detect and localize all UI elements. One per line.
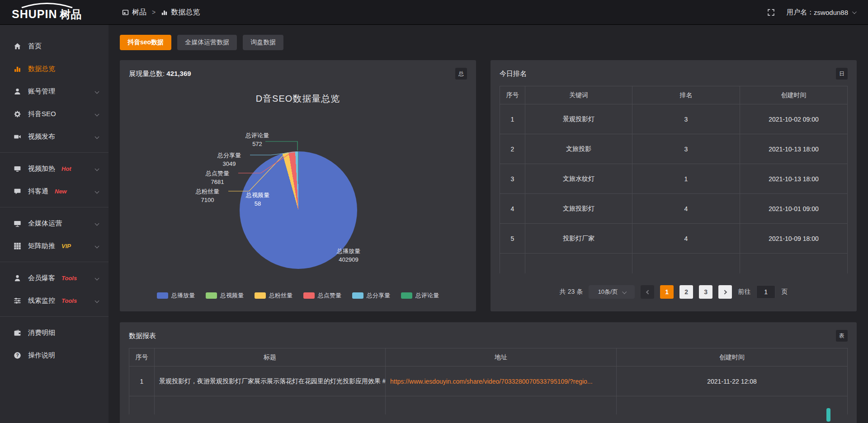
sidebar-item-clue-monitor[interactable]: 线索监控Tools — [0, 289, 108, 312]
next-page-button[interactable] — [718, 285, 732, 299]
legend-item-总播放量[interactable]: 总播放量 — [157, 291, 195, 300]
sidebar-item-video-heat[interactable]: 视频加热Hot — [0, 157, 108, 180]
tab-2[interactable]: 全媒体运营数据 — [177, 35, 237, 50]
report-header-cell: 创建时间 — [617, 348, 848, 367]
sliders-icon — [14, 297, 22, 305]
table-row[interactable]: 4文旅投影灯42021-10-01 09:00 — [500, 194, 848, 224]
main-content: 抖音seo数据全媒体运营数据询盘数据 展现量总数: 421,369 总 D音SE… — [108, 25, 868, 423]
sidebar-item-label: 消费明细 — [28, 329, 55, 337]
legend-label: 总播放量 — [171, 291, 195, 300]
total-count: 共 23 条 — [560, 288, 583, 296]
chevron-down-icon — [95, 298, 99, 303]
sidebar-item-instructions[interactable]: ?操作说明 — [0, 344, 108, 367]
goto-suffix: 页 — [781, 288, 788, 296]
user-icon — [14, 88, 22, 95]
table-row[interactable]: 2文旅投影32021-10-13 18:00 — [500, 134, 848, 164]
sidebar-item-doukestong[interactable]: 抖客通New — [0, 180, 108, 202]
page-size-select[interactable]: 10条/页 — [589, 285, 635, 299]
chevron-right-icon — [722, 290, 727, 294]
report-header-cell: 地址 — [386, 348, 617, 367]
sidebar-item-badge: Tools — [61, 297, 77, 304]
chat-icon — [14, 188, 22, 195]
sidebar-item-douyin-seo[interactable]: 抖音SEO — [0, 103, 108, 125]
sidebar-item-video-publish[interactable]: 视频发布 — [0, 125, 108, 148]
legend-swatch — [303, 292, 315, 299]
legend-item-总视频量[interactable]: 总视频量 — [206, 291, 244, 300]
sidebar-item-matrix-boost[interactable]: 矩阵助推VIP — [0, 235, 108, 257]
table-cell-url: https://www.iesdouyin.com/share/video/70… — [386, 367, 617, 396]
table-row[interactable]: 5投影灯厂家42021-10-09 18:00 — [500, 224, 848, 254]
sidebar-item-member-burst[interactable]: 会员爆客Tools — [0, 267, 108, 289]
sidebar-divider — [0, 262, 108, 262]
username-value[interactable]: zswodun88 — [814, 9, 848, 16]
tab-3[interactable]: 询盘数据 — [243, 35, 283, 50]
legend-item-总分享量[interactable]: 总分享量 — [352, 291, 390, 300]
chart-title: D音SEO数据量总览 — [120, 93, 476, 105]
breadcrumb-current: 数据总览 — [171, 8, 200, 17]
table-cell: 4 — [500, 194, 525, 224]
report-table: 序号标题地址创建时间 1景观投影灯，夜游景观投影灯厂家展示展示落花灯在花园里的灯… — [129, 348, 848, 414]
page-button-3[interactable]: 3 — [699, 285, 712, 299]
pie-label-name: 总粉丝量 — [187, 188, 228, 196]
ranking-panel-header: 今日排名 日 — [491, 60, 857, 80]
sidebar-item-badge: VIP — [61, 243, 71, 249]
ranking-panel: 今日排名 日 序号关键词排名创建时间 1景观投影灯32021-10-02 09:… — [491, 60, 857, 311]
legend-item-总评论量[interactable]: 总评论量 — [401, 291, 439, 300]
video-link[interactable]: https://www.iesdouyin.com/share/video/70… — [390, 378, 612, 385]
ranking-table: 序号关键词排名创建时间 1景观投影灯32021-10-02 09:002文旅投影… — [500, 86, 848, 273]
breadcrumb-root[interactable]: 树品 — [132, 8, 146, 17]
sidebar-item-label: 线索监控 — [28, 296, 55, 305]
table-cell — [129, 396, 155, 414]
table-cell: 投影灯厂家 — [525, 224, 632, 254]
goto-label: 前往 — [738, 288, 750, 296]
page-button-1[interactable]: 1 — [660, 285, 674, 299]
pie-label-value: 3049 — [208, 160, 250, 169]
goto-page-input[interactable] — [756, 285, 775, 299]
chevron-left-icon — [646, 290, 651, 294]
legend-item-总粉丝量[interactable]: 总粉丝量 — [255, 291, 292, 300]
chevron-down-icon — [622, 289, 627, 294]
table-cell: 3 — [500, 164, 525, 194]
chevron-down-icon[interactable] — [852, 9, 857, 14]
app-logo[interactable]: SHUPIN 树品 — [0, 3, 108, 22]
page-button-2[interactable]: 2 — [679, 285, 693, 299]
fullscreen-icon[interactable] — [767, 9, 775, 16]
prev-page-button[interactable] — [641, 285, 654, 299]
sidebar-item-data-overview[interactable]: 数据总览 — [0, 57, 108, 80]
seo-data-panel: 展现量总数: 421,369 总 D音SEO数据量总览 总播放量402909总视… — [120, 60, 476, 311]
sidebar-item-account-manage[interactable]: 账号管理 — [0, 80, 108, 103]
ranking-header-cell: 序号 — [500, 86, 525, 104]
table-cell-index: 1 — [129, 367, 155, 396]
pie-label-name: 总分享量 — [208, 151, 250, 160]
chevron-down-icon — [95, 276, 99, 280]
legend-label: 总视频量 — [220, 291, 244, 300]
chevron-down-icon — [95, 244, 99, 248]
breadcrumb: 树品 > 数据总览 — [122, 8, 200, 17]
top-header: SHUPIN 树品 树品 > 数据总览 用户名： zswodun88 — [0, 0, 868, 25]
sidebar-item-consumption-detail[interactable]: 消费明细 — [0, 321, 108, 344]
table-cell: 3 — [632, 104, 740, 134]
sidebar-item-label: 视频发布 — [28, 132, 55, 141]
app-square-icon — [122, 9, 129, 16]
svg-text:?: ? — [16, 352, 19, 357]
table-row[interactable]: 3文旅水纹灯12021-10-13 18:00 — [500, 164, 848, 194]
scrollbar-thumb[interactable] — [826, 408, 830, 422]
sidebar-item-home[interactable]: 首页 — [0, 35, 108, 57]
sidebar-item-label: 首页 — [28, 42, 42, 51]
pie-label-name: 总播放量 — [323, 247, 374, 256]
report-header-row: 序号标题地址创建时间 — [129, 348, 848, 367]
ranking-header-cell: 排名 — [632, 86, 740, 104]
pie-label-name: 总视频量 — [237, 191, 278, 200]
tab-1[interactable]: 抖音seo数据 — [120, 35, 171, 50]
table-row[interactable]: 1景观投影灯，夜游景观投影灯厂家展示展示落花灯在花园里的灯光投影应用效果 #ht… — [129, 367, 848, 396]
day-toggle-button[interactable]: 日 — [836, 68, 848, 80]
table-row[interactable]: 1景观投影灯32021-10-02 09:00 — [500, 104, 848, 134]
table-cell: 2021-10-13 18:00 — [740, 134, 848, 164]
sidebar-item-label: 账号管理 — [28, 87, 55, 96]
video-upload-icon — [14, 133, 22, 141]
table-toggle-button[interactable]: 表 — [836, 330, 848, 342]
pie-label-总分享量: 总分享量3049 — [208, 151, 250, 169]
sidebar-item-media-operation[interactable]: 全媒体运营 — [0, 212, 108, 235]
pie-label-value: 7681 — [197, 178, 238, 187]
legend-item-总点赞量[interactable]: 总点赞量 — [303, 291, 341, 300]
